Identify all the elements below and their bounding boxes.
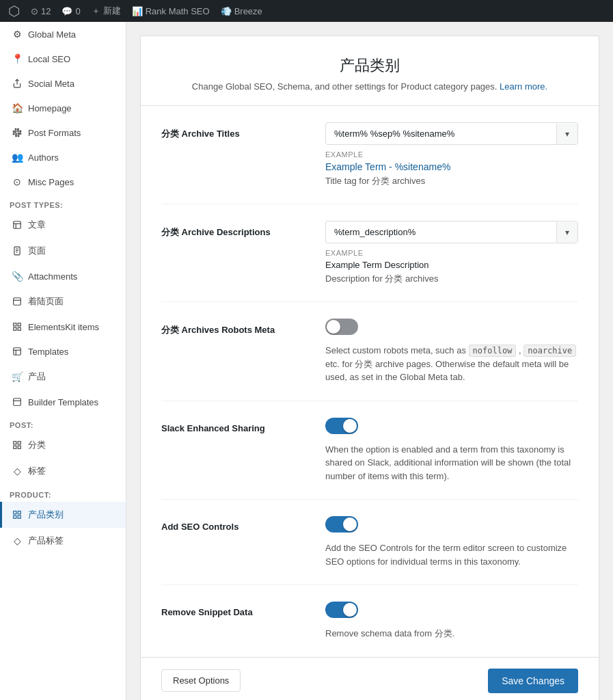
- page-title: 产品类别: [168, 55, 571, 76]
- admin-bar-comments[interactable]: ⊙ 12: [31, 6, 51, 16]
- reset-button[interactable]: Reset Options: [161, 669, 241, 692]
- robots-meta-control: Select custom robots meta, such as nofol…: [325, 319, 578, 384]
- sidebar-item-social-meta[interactable]: Social Meta: [0, 71, 126, 96]
- sidebar-item-post-formats[interactable]: Post Formats: [0, 120, 126, 145]
- sidebar-item-local-seo[interactable]: 📍 Local SEO: [0, 46, 126, 71]
- svg-rect-17: [14, 399, 21, 406]
- robots-meta-row: 分类 Archives Robots Meta Select custom ro…: [161, 302, 578, 401]
- archive-descriptions-select-wrapper[interactable]: ▾: [325, 221, 578, 243]
- svg-rect-14: [14, 348, 21, 355]
- page-subtitle: Change Global SEO, Schema, and other set…: [168, 81, 571, 92]
- archive-titles-select-wrapper[interactable]: ▾: [325, 122, 578, 145]
- home-icon: 🏠: [12, 103, 23, 113]
- location-icon: 📍: [12, 53, 23, 64]
- tag-icon: ◇: [12, 466, 23, 476]
- sidebar-item-authors[interactable]: 👥 Authors: [0, 145, 126, 170]
- formats-icon: [12, 127, 23, 138]
- snippet-data-toggle[interactable]: [325, 602, 358, 618]
- category-icon: [12, 440, 23, 450]
- save-button[interactable]: Save Changes: [488, 669, 578, 693]
- svg-rect-12: [14, 327, 16, 330]
- post-types-label: Post Types:: [0, 194, 126, 212]
- sidebar-item-misc-pages[interactable]: ⊙ Misc Pages: [0, 170, 126, 194]
- sidebar-item-post[interactable]: 文章: [0, 212, 126, 238]
- archive-descriptions-example-value: Example Term Description: [325, 260, 578, 270]
- sidebar-item-product-tag[interactable]: ◇ 产品标签: [0, 528, 126, 554]
- page-icon: [12, 245, 23, 256]
- svg-rect-11: [18, 323, 21, 326]
- product-tag-icon: ◇: [12, 535, 23, 546]
- sidebar-item-attachments[interactable]: 📎 Attachments: [0, 264, 126, 288]
- svg-rect-10: [14, 323, 16, 326]
- landing-icon: [12, 296, 23, 307]
- archive-descriptions-control: ▾ EXAMPLE Example Term Description Descr…: [325, 221, 578, 285]
- archive-descriptions-dropdown-icon[interactable]: ▾: [556, 222, 577, 243]
- plus-icon: ＋: [92, 5, 100, 17]
- admin-bar-rankmath[interactable]: 📊 Rank Math SEO: [132, 6, 210, 16]
- seo-controls-row: Add SEO Controls Add the SEO Controls fo…: [161, 500, 578, 585]
- svg-rect-20: [18, 442, 21, 444]
- slack-sharing-desc: When the option is enabled and a term fr…: [325, 443, 578, 483]
- sidebar-item-product[interactable]: 🛒 产品: [0, 364, 126, 390]
- svg-rect-1: [14, 221, 21, 229]
- sidebar-item-builder-templates[interactable]: Builder Templates: [0, 390, 126, 414]
- sidebar-item-templates[interactable]: Templates: [0, 339, 126, 364]
- archive-descriptions-label: 分类 Archive Descriptions: [161, 221, 312, 239]
- admin-bar: ⬡ ⊙ 12 💬 0 ＋ 新建 📊 Rank Math SEO 💨 Breeze: [0, 0, 613, 22]
- svg-rect-23: [14, 511, 16, 514]
- gear-icon: ⚙: [12, 29, 23, 40]
- product-cat-icon: [12, 509, 23, 520]
- archive-titles-control: ▾ EXAMPLE Example Term - %sitename% Titl…: [325, 122, 578, 187]
- seo-controls-desc: Add the SEO Controls for the term editor…: [325, 541, 578, 568]
- templates-icon: [12, 346, 23, 357]
- svg-rect-13: [18, 327, 21, 330]
- sidebar-item-category[interactable]: 分类: [0, 432, 126, 458]
- sidebar-item-global-meta[interactable]: ⚙ Global Meta: [0, 22, 126, 46]
- share-icon: [12, 78, 23, 89]
- slack-sharing-toggle-knob: [343, 419, 357, 433]
- wp-logo[interactable]: ⬡: [8, 3, 20, 19]
- admin-bar-add-new[interactable]: ＋ 新建: [92, 5, 121, 17]
- archive-descriptions-input[interactable]: [326, 221, 556, 243]
- svg-rect-8: [14, 298, 21, 306]
- archive-descriptions-example-label: EXAMPLE: [325, 249, 578, 257]
- robots-meta-desc: Select custom robots meta, such as nofol…: [325, 344, 578, 384]
- sidebar: ⚙ Global Meta 📍 Local SEO Social Meta 🏠 …: [0, 22, 126, 700]
- admin-bar-breeze[interactable]: 💨 Breeze: [221, 6, 262, 16]
- slack-sharing-row: Slack Enhanced Sharing When the option i…: [161, 401, 578, 500]
- learn-more-link[interactable]: Learn more.: [500, 81, 547, 92]
- admin-bar-new[interactable]: 💬 0: [62, 6, 80, 16]
- slack-sharing-toggle[interactable]: [325, 418, 358, 434]
- breeze-icon: 💨: [221, 6, 232, 16]
- archive-titles-input[interactable]: [326, 123, 556, 144]
- comment-icon: 💬: [62, 6, 72, 16]
- post-label: Post:: [0, 414, 126, 432]
- sidebar-item-page[interactable]: 页面: [0, 238, 126, 264]
- snippet-data-row: Remove Snippet Data Remove schema data f…: [161, 585, 578, 657]
- sidebar-item-landing[interactable]: 着陆页面: [0, 288, 126, 314]
- archive-descriptions-example-desc: Description for 分类 archives: [325, 273, 578, 285]
- main-content: 产品类别 Change Global SEO, Schema, and othe…: [126, 22, 613, 700]
- svg-rect-25: [14, 515, 16, 518]
- seo-controls-toggle[interactable]: [325, 516, 358, 533]
- sidebar-item-product-cat[interactable]: 产品类别: [0, 502, 126, 528]
- slack-sharing-control: When the option is enabled and a term fr…: [325, 418, 578, 483]
- robots-meta-toggle[interactable]: [325, 319, 358, 335]
- attachment-icon: 📎: [12, 271, 23, 282]
- sidebar-item-homepage[interactable]: 🏠 Homepage: [0, 96, 126, 120]
- archive-titles-example-value: Example Term - %sitename%: [325, 161, 578, 172]
- post-icon: [12, 219, 23, 230]
- page-header: 产品类别 Change Global SEO, Schema, and othe…: [141, 36, 599, 106]
- svg-rect-22: [18, 446, 21, 448]
- svg-rect-19: [14, 442, 16, 444]
- noarchive-code: noarchive: [523, 345, 576, 357]
- elements-icon: [12, 321, 23, 332]
- authors-icon: 👥: [12, 152, 23, 163]
- sidebar-item-tag[interactable]: ◇ 标签: [0, 458, 126, 484]
- footer-bar: Reset Options Save Changes: [141, 657, 599, 701]
- svg-rect-24: [18, 511, 21, 514]
- snippet-data-toggle-knob: [343, 603, 357, 617]
- archive-titles-dropdown-icon[interactable]: ▾: [556, 124, 577, 144]
- robots-meta-toggle-knob: [327, 320, 340, 334]
- sidebar-item-elementskit[interactable]: ElementsKit items: [0, 314, 126, 339]
